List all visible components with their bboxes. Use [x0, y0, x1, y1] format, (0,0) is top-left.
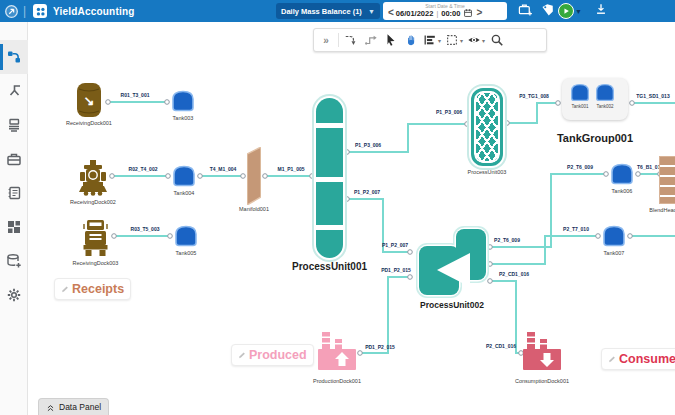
sidebar-item-flows[interactable]: [0, 108, 28, 142]
node-label-Tank004: Tank004: [124, 190, 244, 196]
sidebar-item-settings[interactable]: [0, 278, 28, 312]
app-header: | YieldAccounting Daily Mass Balance (1)…: [0, 0, 675, 22]
stream-port: [310, 174, 315, 179]
zoom-tool-icon: [490, 33, 504, 47]
node-ReceivingDock003[interactable]: [82, 219, 109, 257]
node-ProductionDock001[interactable]: [318, 332, 356, 374]
double-chevron-up-icon: [46, 403, 55, 412]
stream-R03_T5_003[interactable]: R03_T5_003: [112, 226, 173, 238]
stream-P3_TG1_008[interactable]: P3_TG1_008: [505, 93, 561, 125]
node-label-ProcessUnit001: ProcessUnit001: [270, 261, 390, 272]
play-icon[interactable]: [558, 3, 574, 19]
stream-port: [408, 250, 413, 255]
select-tool-icon: [384, 33, 398, 47]
node-ProcessUnit002[interactable]: [416, 226, 488, 298]
node-label-Tank006: Tank006: [562, 188, 675, 194]
stream-label: R02_T4_002: [129, 166, 158, 172]
toolbar-select-tool[interactable]: [381, 31, 401, 49]
toolbar-expand-tools[interactable]: »: [316, 31, 336, 49]
yield-accounting-app: | YieldAccounting Daily Mass Balance (1)…: [0, 0, 675, 415]
settings-icon: [6, 287, 22, 303]
next-date-button[interactable]: >: [474, 8, 484, 18]
node-ProcessUnit003[interactable]: [471, 88, 503, 166]
sidebar-item-cases[interactable]: [0, 142, 28, 176]
node-ConsumptionDock001[interactable]: [523, 332, 561, 374]
cases-icon: [6, 151, 22, 167]
stream-label: P2_CD1_016: [486, 343, 516, 349]
time-value[interactable]: 00:00: [441, 9, 460, 18]
sidebar-item-streams[interactable]: [0, 74, 28, 108]
stream-TG1_SD1_013[interactable]: TG1_SD1_013: [630, 93, 675, 105]
toolbar-layout-tool[interactable]: ▾: [421, 31, 443, 49]
node-Tank006[interactable]: [610, 163, 634, 185]
view-selector-label: Daily Mass Balance (1): [281, 7, 362, 16]
data-panel-toggle[interactable]: Data Panel: [38, 398, 109, 415]
toolbar-pan-tool[interactable]: [401, 31, 421, 49]
stream-R02_T4_002[interactable]: R02_T4_002: [110, 166, 171, 178]
stream-port: [556, 101, 561, 106]
stream-port: [465, 122, 470, 127]
run-button[interactable]: ▼: [558, 0, 582, 22]
layout-tool-icon: [423, 33, 437, 47]
node-label-ReceivingDock002: ReceivingDock002: [33, 199, 153, 205]
tag-icon[interactable]: [538, 0, 556, 18]
node-BlendHeader001[interactable]: [659, 156, 675, 204]
node-ProcessUnit001[interactable]: [316, 98, 343, 258]
stream-T7-out[interactable]: [628, 234, 675, 239]
stream-port: [166, 174, 171, 179]
sidebar-item-dashboard[interactable]: [0, 210, 28, 244]
stream-label: TG1_SD1_013: [636, 93, 670, 99]
toolbar-visibility-tool[interactable]: ▾: [465, 31, 487, 49]
annotation-receipts[interactable]: Receipts: [54, 278, 131, 300]
date-time-picker[interactable]: Start Date & Time < 06/01/2022 | 00:00 >: [383, 2, 507, 20]
sidebar-item-data-sources[interactable]: [0, 244, 28, 278]
tank-icon: [570, 83, 590, 106]
apps-icon[interactable]: [33, 0, 47, 22]
node-ReceivingDock001[interactable]: ↘: [74, 81, 104, 119]
date-value[interactable]: 06/01/2022: [396, 9, 434, 18]
toolbar-connector-tool[interactable]: [341, 31, 361, 49]
node-ReceivingDock002[interactable]: [78, 160, 108, 196]
view-selector-dropdown[interactable]: Daily Mass Balance (1) ▼: [276, 3, 380, 19]
circle-arrow-icon[interactable]: [4, 0, 19, 22]
stream-PD1_P2_015[interactable]: PD1_P2_015PD1_P2_015: [358, 267, 413, 355]
case-add-icon[interactable]: [516, 0, 534, 18]
node-Tank004[interactable]: [172, 165, 196, 187]
sidebar-item-journal[interactable]: [0, 176, 28, 210]
stream-T4_M1_004[interactable]: T4_M1_004: [198, 166, 246, 178]
left-sidebar: [0, 22, 28, 415]
node-TankGroup001[interactable]: Tank001Tank002: [562, 78, 628, 120]
stream-port: [408, 275, 413, 280]
stream-M1_P1_005[interactable]: M1_P1_005: [263, 166, 315, 178]
run-caret-icon[interactable]: ▼: [575, 8, 582, 15]
toolbar-zoom-tool[interactable]: [487, 31, 507, 49]
stream-P1_P2_007[interactable]: P1_P2_007P1_P2_007: [345, 189, 413, 254]
stream-R01_T3_001[interactable]: R01_T3_001: [106, 92, 170, 104]
node-label-BlendHeader001: BlendHeader001: [610, 207, 675, 213]
stream-port: [358, 351, 363, 356]
chevron-down-icon: ▼: [368, 8, 375, 15]
stream-port: [263, 174, 268, 179]
annotation-consumed[interactable]: Consumed: [601, 348, 675, 370]
toolbar-polyline-tool[interactable]: [361, 31, 381, 49]
download-icon[interactable]: [592, 0, 610, 18]
date-time-label: Start Date & Time: [383, 3, 507, 9]
node-Manifold001[interactable]: [247, 147, 261, 205]
stream-label: R03_T5_003: [131, 226, 160, 232]
node-Tank003[interactable]: [171, 90, 195, 112]
stream-label: P3_TG1_008: [519, 93, 549, 99]
node-Tank007[interactable]: [602, 225, 626, 247]
node-Tank005[interactable]: [174, 225, 198, 247]
stream-label: P1_P2_007: [382, 242, 408, 248]
stream-port: [604, 172, 609, 177]
stream-P1_P3_006[interactable]: P1_P3_006P1_P3_006: [345, 109, 470, 154]
toolbar-marquee-select-tool[interactable]: ▾: [443, 31, 465, 49]
annotation-produced[interactable]: Produced: [231, 344, 314, 366]
header-divider: |: [23, 0, 26, 22]
prev-date-button[interactable]: <: [386, 8, 396, 18]
stream-label: P2_T7_010: [563, 226, 589, 232]
sidebar-item-flowsheet[interactable]: [0, 40, 28, 74]
stream-label: P2_T6_009: [567, 164, 593, 170]
stream-port: [345, 197, 350, 202]
stream-port: [106, 100, 111, 105]
